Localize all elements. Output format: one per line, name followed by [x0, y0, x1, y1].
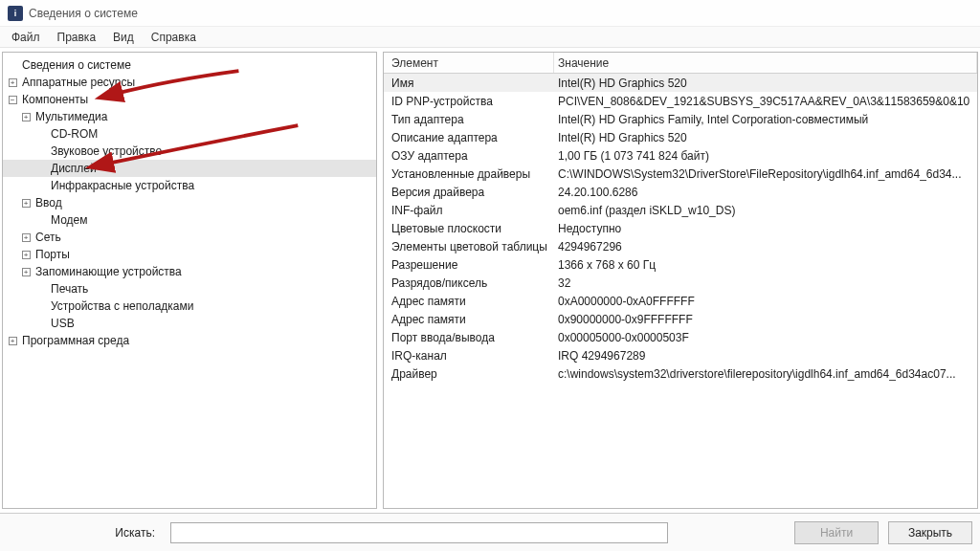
detail-cell-name: Разрешение: [384, 258, 554, 272]
detail-row[interactable]: Тип адаптераIntel(R) HD Graphics Family,…: [384, 110, 977, 128]
detail-row[interactable]: Элементы цветовой таблицы4294967296: [384, 237, 977, 255]
detail-row[interactable]: ID PNP-устройстваPCI\VEN_8086&DEV_1921&S…: [384, 92, 977, 110]
tree-label: CD-ROM: [51, 127, 98, 141]
column-header-value[interactable]: Значение: [554, 53, 977, 73]
menubar: Файл Правка Вид Справка: [0, 27, 980, 48]
detail-cell-name: Версия драйвера: [384, 186, 554, 199]
tree-label: Запоминающие устройства: [35, 265, 182, 278]
close-button[interactable]: Закрыть: [888, 521, 972, 544]
tree-item-ports[interactable]: + Порты: [3, 246, 376, 263]
detail-row[interactable]: Цветовые плоскостиНедоступно: [384, 219, 977, 237]
tree-item-infrared[interactable]: Инфракрасные устройства: [3, 177, 376, 194]
detail-row[interactable]: Драйверc:\windows\system32\driverstore\f…: [384, 364, 977, 383]
detail-cell-name: Адрес памяти: [384, 313, 554, 326]
detail-cell-value: c:\windows\system32\driverstore\filerepo…: [554, 367, 977, 381]
tree-item-modem[interactable]: Модем: [3, 211, 376, 229]
find-button[interactable]: Найти: [794, 521, 879, 544]
tree-item-components[interactable]: − Компоненты: [3, 91, 376, 108]
detail-row[interactable]: IRQ-каналIRQ 4294967289: [384, 346, 977, 364]
plus-icon[interactable]: +: [7, 335, 18, 346]
tree-label: USB: [51, 317, 75, 330]
detail-cell-value: IRQ 4294967289: [554, 349, 977, 363]
menu-file[interactable]: Файл: [4, 29, 48, 46]
menu-edit[interactable]: Правка: [50, 29, 104, 46]
minus-icon[interactable]: −: [7, 94, 18, 105]
search-input[interactable]: [170, 522, 668, 543]
plus-icon[interactable]: +: [20, 249, 32, 260]
detail-header: Элемент Значение: [384, 53, 977, 74]
detail-cell-name: Элементы цветовой таблицы: [384, 240, 554, 253]
tree-label: Модем: [51, 213, 87, 227]
tree-label: Ввод: [35, 196, 62, 209]
detail-cell-name: Разрядов/пиксель: [384, 276, 554, 290]
detail-row[interactable]: Адрес памяти0x90000000-0x9FFFFFFF: [384, 310, 977, 328]
plus-icon[interactable]: +: [20, 231, 32, 243]
tree-item-problem-devices[interactable]: Устройства с неполадками: [3, 298, 376, 315]
detail-cell-value: 1,00 ГБ (1 073 741 824 байт): [554, 149, 977, 163]
window-title: Сведения о системе: [29, 7, 138, 20]
detail-cell-name: Драйвер: [384, 367, 554, 381]
plus-icon[interactable]: +: [20, 197, 32, 209]
titlebar: i Сведения о системе: [0, 0, 980, 27]
detail-row[interactable]: Версия драйвера24.20.100.6286: [384, 183, 977, 201]
detail-cell-value: 1366 x 768 x 60 Гц: [554, 258, 977, 272]
tree-label: Программная среда: [22, 334, 129, 347]
detail-row[interactable]: Разрешение1366 x 768 x 60 Гц: [384, 255, 977, 274]
detail-cell-name: INF-файл: [384, 204, 554, 217]
plus-icon[interactable]: +: [20, 111, 32, 122]
detail-cell-name: ID PNP-устройства: [384, 95, 554, 108]
tree-item-software-env[interactable]: + Программная среда: [3, 332, 376, 349]
detail-cell-value: C:\WINDOWS\System32\DriverStore\FileRepo…: [554, 167, 977, 181]
tree-item-usb[interactable]: USB: [3, 315, 376, 332]
detail-row[interactable]: Установленные драйверыC:\WINDOWS\System3…: [384, 165, 977, 183]
tree-label: Сведения о системе: [22, 58, 131, 72]
detail-pane: Элемент Значение ИмяIntel(R) HD Graphics…: [383, 52, 978, 509]
detail-row[interactable]: INF-файлoem6.inf (раздел iSKLD_w10_DS): [384, 201, 977, 219]
detail-cell-value: 0x90000000-0x9FFFFFFF: [554, 313, 977, 326]
tree-item-input[interactable]: + Ввод: [3, 194, 376, 211]
detail-cell-name: ОЗУ адаптера: [384, 149, 554, 163]
tree-label: Инфракрасные устройства: [51, 179, 194, 192]
app-icon: i: [8, 6, 23, 21]
system-tree: Сведения о системе + Аппаратные ресурсы …: [3, 56, 376, 349]
column-header-element[interactable]: Элемент: [384, 53, 554, 73]
detail-cell-value: PCI\VEN_8086&DEV_1921&SUBSYS_39C517AA&RE…: [554, 95, 977, 108]
tree-item-hardware[interactable]: + Аппаратные ресурсы: [3, 74, 376, 91]
tree-item-network[interactable]: + Сеть: [3, 229, 376, 246]
detail-cell-value: Intel(R) HD Graphics Family, Intel Corpo…: [554, 113, 977, 126]
menu-view[interactable]: Вид: [105, 29, 142, 46]
detail-cell-value: oem6.inf (раздел iSKLD_w10_DS): [554, 204, 977, 217]
detail-row[interactable]: Описание адаптераIntel(R) HD Graphics 52…: [384, 128, 977, 146]
search-label: Искать:: [115, 526, 155, 540]
tree-item-storage[interactable]: + Запоминающие устройства: [3, 263, 376, 280]
detail-cell-value: 0x00005000-0x0000503F: [554, 331, 977, 344]
detail-row[interactable]: ИмяIntel(R) HD Graphics 520: [384, 74, 977, 92]
tree-item-system-summary[interactable]: Сведения о системе: [3, 56, 376, 74]
detail-row[interactable]: Разрядов/пиксель32: [384, 274, 977, 292]
tree-item-cdrom[interactable]: CD-ROM: [3, 125, 376, 143]
tree-pane[interactable]: Сведения о системе + Аппаратные ресурсы …: [2, 52, 377, 509]
detail-cell-name: Адрес памяти: [384, 295, 554, 308]
detail-cell-name: Порт ввода/вывода: [384, 331, 554, 344]
detail-row[interactable]: Адрес памяти0xA0000000-0xA0FFFFFF: [384, 292, 977, 310]
detail-body[interactable]: ИмяIntel(R) HD Graphics 520ID PNP-устрой…: [384, 74, 977, 508]
tree-label: Звуковое устройство: [51, 144, 162, 158]
plus-icon[interactable]: +: [7, 77, 18, 88]
tree-label: Аппаратные ресурсы: [22, 76, 135, 89]
plus-icon[interactable]: +: [20, 266, 32, 277]
tree-item-display[interactable]: Дисплей: [3, 160, 376, 177]
detail-row[interactable]: Порт ввода/вывода0x00005000-0x0000503F: [384, 328, 977, 346]
detail-cell-name: Имя: [384, 77, 554, 90]
tree-item-multimedia[interactable]: + Мультимедиа: [3, 108, 376, 125]
detail-cell-value: 32: [554, 276, 977, 290]
detail-row[interactable]: ОЗУ адаптера1,00 ГБ (1 073 741 824 байт): [384, 146, 977, 165]
detail-cell-value: 0xA0000000-0xA0FFFFFF: [554, 295, 977, 308]
tree-item-printing[interactable]: Печать: [3, 280, 376, 298]
footer: Искать: Найти Закрыть: [0, 513, 980, 551]
menu-help[interactable]: Справка: [144, 29, 204, 46]
detail-cell-value: 24.20.100.6286: [554, 186, 977, 199]
tree-label: Сеть: [35, 231, 61, 244]
tree-item-sound[interactable]: Звуковое устройство: [3, 143, 376, 160]
workspace: Сведения о системе + Аппаратные ресурсы …: [0, 48, 980, 513]
detail-cell-value: Intel(R) HD Graphics 520: [554, 77, 977, 90]
